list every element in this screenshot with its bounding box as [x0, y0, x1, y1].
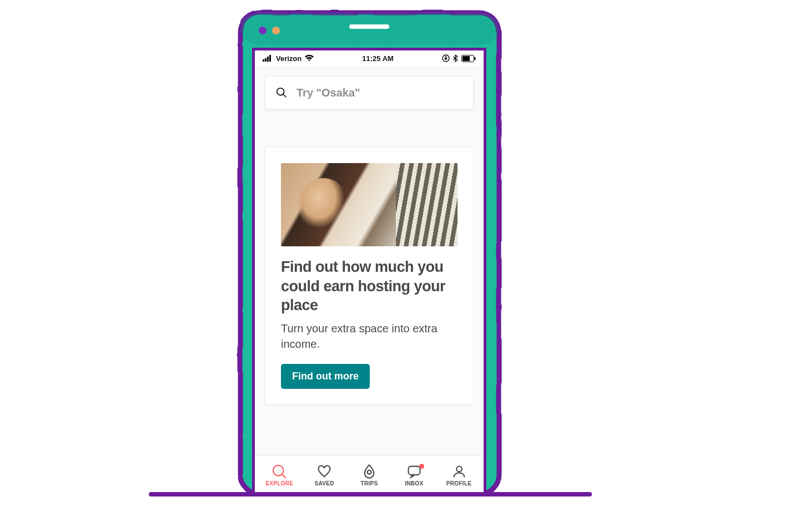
svg-rect-11 — [474, 57, 476, 60]
phone-illustration-frame: Verizon 11:25 AM Find out how much you c… — [233, 6, 505, 494]
nav-saved-label: SAVED — [315, 480, 334, 487]
screen-content: Find out how much you could earn hosting… — [255, 66, 484, 455]
profile-icon — [451, 464, 467, 479]
svg-point-12 — [277, 88, 284, 95]
signal-icon — [263, 55, 273, 62]
svg-rect-16 — [408, 467, 420, 475]
bottom-nav: EXPLORE SAVED TRIPS INBOX PROFILE — [255, 455, 484, 494]
svg-rect-5 — [267, 57, 269, 62]
find-out-more-button[interactable]: Find out more — [281, 364, 370, 389]
nav-saved[interactable]: SAVED — [302, 464, 347, 487]
svg-rect-3 — [263, 59, 264, 62]
search-icon — [275, 87, 288, 99]
svg-rect-4 — [265, 58, 267, 62]
host-promo-card: Find out how much you could earn hosting… — [265, 147, 474, 405]
nav-trips[interactable]: TRIPS — [347, 464, 392, 487]
svg-line-13 — [283, 94, 287, 98]
nav-profile[interactable]: PROFILE — [436, 464, 481, 487]
carrier-label: Verizon — [276, 54, 301, 63]
nav-inbox-label: INBOX — [405, 480, 423, 487]
wifi-icon — [305, 55, 314, 62]
svg-point-17 — [456, 466, 462, 472]
nav-explore[interactable]: EXPLORE — [257, 464, 302, 487]
svg-line-15 — [283, 474, 286, 478]
phone-speaker — [349, 24, 389, 29]
search-box[interactable] — [265, 76, 474, 109]
svg-point-14 — [273, 465, 284, 476]
inbox-badge — [419, 464, 424, 469]
search-input[interactable] — [297, 87, 463, 99]
battery-icon — [461, 55, 476, 62]
promo-title: Find out how much you could earn hosting… — [281, 257, 458, 315]
nav-inbox[interactable]: INBOX — [391, 464, 436, 487]
decor-dot-orange — [272, 27, 280, 34]
heart-icon — [316, 464, 332, 479]
status-time: 11:25 AM — [362, 54, 394, 63]
nav-trips-label: TRIPS — [361, 480, 378, 487]
decor-dot-purple — [259, 27, 267, 34]
promo-image — [281, 163, 458, 246]
phone-top-decor — [243, 18, 495, 43]
explore-icon — [272, 464, 287, 479]
nav-profile-label: PROFILE — [446, 480, 471, 487]
promo-subtitle: Turn your extra space into extra income. — [281, 321, 458, 352]
status-bar: Verizon 11:25 AM — [255, 50, 484, 66]
status-left: Verizon — [263, 54, 314, 63]
lock-rotation-icon — [442, 54, 450, 62]
svg-rect-6 — [269, 55, 271, 62]
svg-rect-10 — [463, 56, 470, 61]
ground-line — [149, 492, 592, 496]
status-right — [442, 54, 476, 62]
bluetooth-icon — [453, 54, 458, 62]
svg-rect-8 — [445, 58, 447, 60]
trips-icon — [361, 464, 377, 479]
phone-screen: Verizon 11:25 AM Find out how much you c… — [252, 48, 486, 494]
nav-explore-label: EXPLORE — [265, 480, 293, 487]
